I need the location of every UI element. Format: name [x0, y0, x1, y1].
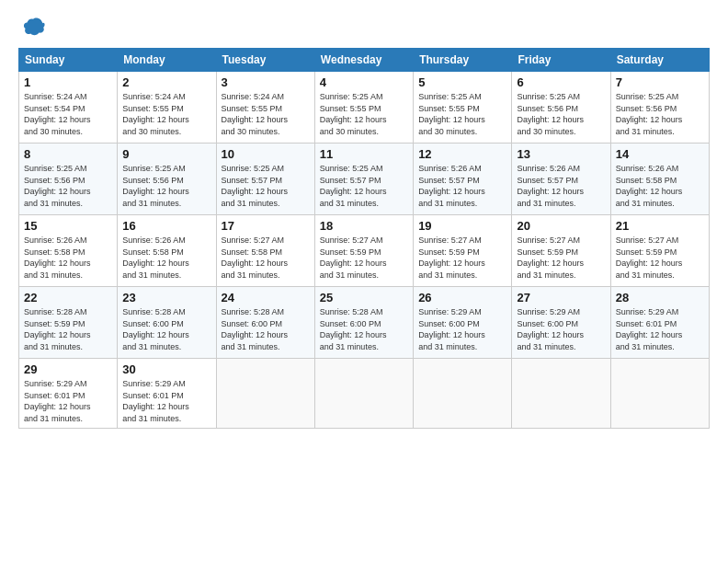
day-info: Sunrise: 5:27 AMSunset: 5:59 PMDaylight:…	[418, 235, 506, 281]
day-number: 1	[24, 75, 112, 89]
day-number: 23	[122, 291, 210, 304]
day-number: 5	[418, 75, 506, 89]
header	[18, 15, 710, 40]
calendar-cell: 2Sunrise: 5:24 AMSunset: 5:55 PMDaylight…	[118, 72, 216, 144]
day-info: Sunrise: 5:26 AMSunset: 5:58 PMDaylight:…	[122, 235, 210, 281]
day-info: Sunrise: 5:29 AMSunset: 6:00 PMDaylight:…	[418, 306, 506, 352]
day-info: Sunrise: 5:26 AMSunset: 5:57 PMDaylight:…	[418, 163, 506, 209]
calendar-cell: 14Sunrise: 5:26 AMSunset: 5:58 PMDayligh…	[610, 144, 709, 215]
day-info: Sunrise: 5:28 AMSunset: 5:59 PMDaylight:…	[24, 306, 112, 352]
calendar-cell: 4Sunrise: 5:25 AMSunset: 5:55 PMDaylight…	[314, 72, 413, 144]
day-info: Sunrise: 5:24 AMSunset: 5:55 PMDaylight:…	[122, 91, 210, 137]
day-number: 4	[320, 75, 408, 89]
day-number: 15	[24, 219, 112, 233]
calendar-cell: 11Sunrise: 5:25 AMSunset: 5:57 PMDayligh…	[314, 144, 413, 215]
calendar-week-row: 8Sunrise: 5:25 AMSunset: 5:56 PMDaylight…	[19, 144, 710, 215]
day-info: Sunrise: 5:29 AMSunset: 6:00 PMDaylight:…	[517, 306, 605, 352]
day-number: 9	[122, 147, 210, 161]
calendar-cell	[414, 359, 512, 429]
calendar-cell: 21Sunrise: 5:27 AMSunset: 5:59 PMDayligh…	[610, 215, 709, 287]
calendar-cell: 5Sunrise: 5:25 AMSunset: 5:55 PMDaylight…	[414, 72, 512, 144]
day-info: Sunrise: 5:24 AMSunset: 5:54 PMDaylight:…	[24, 91, 112, 137]
calendar-cell: 8Sunrise: 5:25 AMSunset: 5:56 PMDaylight…	[19, 144, 118, 215]
day-number: 3	[222, 75, 310, 89]
calendar-page: SundayMondayTuesdayWednesdayThursdayFrid…	[0, 0, 728, 563]
day-info: Sunrise: 5:26 AMSunset: 5:58 PMDaylight:…	[616, 163, 704, 209]
weekday-header-wednesday: Wednesday	[314, 49, 413, 72]
calendar-cell: 6Sunrise: 5:25 AMSunset: 5:56 PMDaylight…	[512, 72, 610, 144]
calendar-cell: 12Sunrise: 5:26 AMSunset: 5:57 PMDayligh…	[414, 144, 512, 215]
calendar-cell: 17Sunrise: 5:27 AMSunset: 5:58 PMDayligh…	[216, 215, 314, 287]
day-info: Sunrise: 5:29 AMSunset: 6:01 PMDaylight:…	[616, 306, 704, 352]
day-number: 14	[616, 147, 704, 161]
day-info: Sunrise: 5:29 AMSunset: 6:01 PMDaylight:…	[24, 378, 112, 424]
calendar-cell	[314, 359, 413, 429]
calendar-cell: 7Sunrise: 5:25 AMSunset: 5:56 PMDaylight…	[610, 72, 709, 144]
weekday-header-thursday: Thursday	[414, 49, 512, 72]
day-number: 6	[517, 75, 605, 89]
day-number: 29	[24, 362, 112, 376]
day-number: 8	[24, 147, 112, 161]
day-info: Sunrise: 5:27 AMSunset: 5:59 PMDaylight:…	[616, 235, 704, 281]
calendar-cell: 25Sunrise: 5:28 AMSunset: 6:00 PMDayligh…	[314, 287, 413, 359]
day-info: Sunrise: 5:28 AMSunset: 6:00 PMDaylight:…	[222, 306, 310, 352]
calendar-cell: 29Sunrise: 5:29 AMSunset: 6:01 PMDayligh…	[19, 359, 118, 429]
day-info: Sunrise: 5:25 AMSunset: 5:56 PMDaylight:…	[122, 163, 210, 209]
calendar-cell: 28Sunrise: 5:29 AMSunset: 6:01 PMDayligh…	[610, 287, 709, 359]
day-number: 22	[24, 291, 112, 304]
calendar-cell	[216, 359, 314, 429]
day-number: 2	[122, 75, 210, 89]
day-info: Sunrise: 5:26 AMSunset: 5:58 PMDaylight:…	[24, 235, 112, 281]
logo	[18, 15, 46, 40]
weekday-header-monday: Monday	[118, 49, 216, 72]
calendar-cell: 13Sunrise: 5:26 AMSunset: 5:57 PMDayligh…	[512, 144, 610, 215]
calendar-week-row: 1Sunrise: 5:24 AMSunset: 5:54 PMDaylight…	[19, 72, 710, 144]
calendar-cell: 9Sunrise: 5:25 AMSunset: 5:56 PMDaylight…	[118, 144, 216, 215]
logo-icon	[20, 15, 46, 40]
day-number: 17	[222, 219, 310, 233]
calendar-cell: 27Sunrise: 5:29 AMSunset: 6:00 PMDayligh…	[512, 287, 610, 359]
weekday-header-saturday: Saturday	[610, 49, 709, 72]
day-info: Sunrise: 5:27 AMSunset: 5:58 PMDaylight:…	[222, 235, 310, 281]
day-info: Sunrise: 5:29 AMSunset: 6:01 PMDaylight:…	[122, 378, 210, 424]
day-number: 25	[320, 291, 408, 304]
day-info: Sunrise: 5:27 AMSunset: 5:59 PMDaylight:…	[517, 235, 605, 281]
day-number: 11	[320, 147, 408, 161]
day-info: Sunrise: 5:25 AMSunset: 5:56 PMDaylight:…	[616, 91, 704, 137]
calendar-cell: 22Sunrise: 5:28 AMSunset: 5:59 PMDayligh…	[19, 287, 118, 359]
weekday-header-tuesday: Tuesday	[216, 49, 314, 72]
day-info: Sunrise: 5:25 AMSunset: 5:55 PMDaylight:…	[320, 91, 408, 137]
calendar-cell	[610, 359, 709, 429]
day-number: 18	[320, 219, 408, 233]
calendar-cell: 19Sunrise: 5:27 AMSunset: 5:59 PMDayligh…	[414, 215, 512, 287]
day-number: 13	[517, 147, 605, 161]
day-info: Sunrise: 5:25 AMSunset: 5:57 PMDaylight:…	[320, 163, 408, 209]
day-number: 7	[616, 75, 704, 89]
day-info: Sunrise: 5:28 AMSunset: 6:00 PMDaylight:…	[122, 306, 210, 352]
calendar-cell: 26Sunrise: 5:29 AMSunset: 6:00 PMDayligh…	[414, 287, 512, 359]
calendar-table: SundayMondayTuesdayWednesdayThursdayFrid…	[18, 48, 710, 429]
day-info: Sunrise: 5:28 AMSunset: 6:00 PMDaylight:…	[320, 306, 408, 352]
calendar-cell: 3Sunrise: 5:24 AMSunset: 5:55 PMDaylight…	[216, 72, 314, 144]
day-number: 27	[517, 291, 605, 304]
weekday-header-sunday: Sunday	[19, 49, 118, 72]
calendar-cell: 20Sunrise: 5:27 AMSunset: 5:59 PMDayligh…	[512, 215, 610, 287]
calendar-cell: 10Sunrise: 5:25 AMSunset: 5:57 PMDayligh…	[216, 144, 314, 215]
calendar-cell: 1Sunrise: 5:24 AMSunset: 5:54 PMDaylight…	[19, 72, 118, 144]
day-number: 30	[122, 362, 210, 376]
calendar-cell: 18Sunrise: 5:27 AMSunset: 5:59 PMDayligh…	[314, 215, 413, 287]
calendar-cell: 24Sunrise: 5:28 AMSunset: 6:00 PMDayligh…	[216, 287, 314, 359]
day-number: 10	[222, 147, 310, 161]
calendar-cell: 30Sunrise: 5:29 AMSunset: 6:01 PMDayligh…	[118, 359, 216, 429]
day-info: Sunrise: 5:27 AMSunset: 5:59 PMDaylight:…	[320, 235, 408, 281]
day-number: 16	[122, 219, 210, 233]
day-info: Sunrise: 5:25 AMSunset: 5:57 PMDaylight:…	[222, 163, 310, 209]
day-number: 21	[616, 219, 704, 233]
calendar-week-row: 22Sunrise: 5:28 AMSunset: 5:59 PMDayligh…	[19, 287, 710, 359]
calendar-week-row: 29Sunrise: 5:29 AMSunset: 6:01 PMDayligh…	[19, 359, 710, 429]
day-number: 28	[616, 291, 704, 304]
day-info: Sunrise: 5:25 AMSunset: 5:55 PMDaylight:…	[418, 91, 506, 137]
day-number: 19	[418, 219, 506, 233]
day-info: Sunrise: 5:25 AMSunset: 5:56 PMDaylight:…	[517, 91, 605, 137]
weekday-header-friday: Friday	[512, 49, 610, 72]
